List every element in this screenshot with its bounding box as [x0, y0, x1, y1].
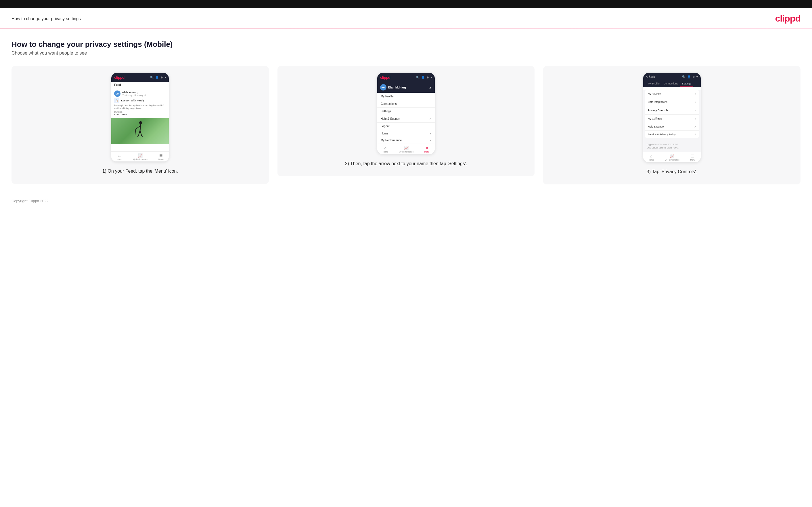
- myaccount-label: My Account: [648, 92, 661, 95]
- menu-item-settings: Settings: [377, 108, 435, 115]
- step2-user-info: BM Blair McHarg: [380, 84, 406, 91]
- connections-label: Connections: [381, 102, 397, 105]
- step1-golf-image: [111, 118, 169, 144]
- golfer-silhouette: [134, 120, 146, 142]
- step2-dropdown-menu: My Profile Connections Settings Help & S…: [377, 93, 435, 144]
- step1-user-row: BM Blair McHarg Yesterday · Sunningdale: [114, 91, 166, 97]
- close-icon: ✕: [425, 146, 428, 150]
- step1-feed-desc: Looking to feel like my hands are exitin…: [114, 104, 166, 110]
- step3-settings-screen: My Account › Data Integrations › Privacy…: [643, 90, 701, 152]
- search-icon: 🔍: [150, 76, 154, 79]
- tab-myprofile: My Profile: [646, 81, 662, 87]
- settings-item-helpsupport: Help & Support ↗: [645, 123, 699, 131]
- back-label: Back: [649, 75, 655, 78]
- page-heading: How to change your privacy settings (Mob…: [11, 40, 801, 49]
- chevron-right-icon: ›: [695, 117, 696, 120]
- performance-label: My Performance: [133, 158, 148, 160]
- chevron-right-icon: ›: [695, 100, 696, 104]
- logo: clippd: [775, 13, 801, 24]
- menu-item-myprofile: My Profile: [377, 93, 435, 100]
- step1-duration-label: Duration: [114, 111, 166, 113]
- myprofile-label: My Profile: [381, 95, 393, 98]
- step1-feed-tab: Feed: [111, 82, 169, 88]
- mygolfbag-label: My Golf Bag: [648, 117, 662, 120]
- step1-feed-post: BM Blair McHarg Yesterday · Sunningdale …: [111, 88, 169, 118]
- step2-phone-logo: clippd: [380, 75, 390, 79]
- settings-item-servicepolicy: Service & Privacy Policy ↗: [645, 131, 699, 138]
- settings-item-dataintegrations: Data Integrations ›: [645, 98, 699, 106]
- back-button: < Back: [646, 75, 655, 78]
- chevron-down-icon: ▾: [697, 75, 698, 78]
- step-3-caption: 3) Tap 'Privacy Controls'.: [647, 168, 697, 175]
- footer: Copyright Clippd 2022: [0, 193, 812, 209]
- dataintegrations-label: Data Integrations: [648, 101, 668, 103]
- settings-item-myaccount: My Account ›: [645, 90, 699, 98]
- menu-section-performance: My Performance ▾: [377, 137, 435, 144]
- settings-item-mygolfbag: My Golf Bag ›: [645, 115, 699, 123]
- step1-phone-icons: 🔍 👤 ⊕ ▾: [150, 76, 166, 79]
- servicepolicy-label: Service & Privacy Policy: [648, 133, 676, 136]
- external-link-icon: ↗: [694, 133, 696, 136]
- step3-settings-tabs: My Profile Connections Settings: [643, 81, 701, 87]
- privacycontrols-label: Privacy Controls: [648, 109, 668, 112]
- menu-label: Menu: [158, 158, 164, 160]
- copyright-text: Copyright Clippd 2022: [11, 199, 49, 203]
- performance-label: My Performance: [665, 159, 679, 161]
- step2-nav-menu: ✕ Menu: [424, 146, 429, 153]
- step1-duration-value: 01 hr : 30 min: [114, 113, 166, 116]
- external-link-icon: ↗: [694, 125, 696, 128]
- menu-item-logout: Logout: [377, 123, 435, 130]
- step2-nav-home: ⌂ Home: [383, 146, 388, 153]
- step1-lesson-row: 📋 Lesson with Fordy: [114, 98, 166, 103]
- step3-bottom-nav: ⌂ Home 📈 My Performance ☰ Menu: [643, 152, 701, 162]
- settings-icon: ⊕: [426, 76, 429, 79]
- chevron-down-icon: ▾: [164, 76, 166, 79]
- step3-back-bar: < Back 🔍 👤 ⊕ ▾: [643, 73, 701, 81]
- top-bar: [0, 0, 812, 8]
- step1-avatar: BM: [114, 91, 120, 97]
- home-icon: ⌂: [650, 154, 652, 158]
- back-arrow-icon: <: [646, 75, 648, 78]
- step2-avatar: BM: [380, 84, 387, 91]
- settings-item-privacycontrols: Privacy Controls ›: [645, 106, 699, 115]
- menu-label: Menu: [690, 159, 695, 161]
- menu-item-connections: Connections: [377, 100, 435, 108]
- step-3-phone: < Back 🔍 👤 ⊕ ▾ My Profile Connections Se…: [643, 73, 701, 162]
- search-icon: 🔍: [682, 75, 686, 78]
- svg-line-2: [136, 126, 140, 129]
- chevron-down-icon: ▾: [430, 76, 432, 79]
- step-2-phone: clippd 🔍 👤 ⊕ ▾ BM Blair McHarg ▲: [377, 73, 435, 154]
- step3-settings-list: My Account › Data Integrations › Privacy…: [645, 90, 699, 138]
- menu-item-help: Help & Support ↗: [377, 115, 435, 123]
- step2-nav-performance: 📈 My Performance: [399, 146, 413, 153]
- menu-section-home: Home ▾: [377, 130, 435, 137]
- home-label: Home: [383, 151, 388, 153]
- step1-phone-logo: clippd: [114, 75, 124, 79]
- performance-label: My Performance: [399, 151, 413, 153]
- home-label: Home: [648, 159, 654, 161]
- user-icon: 👤: [687, 75, 691, 78]
- step-1-card: clippd 🔍 👤 ⊕ ▾ Feed BM: [11, 66, 269, 184]
- step-3-card: < Back 🔍 👤 ⊕ ▾ My Profile Connections Se…: [543, 66, 801, 184]
- step1-nav-menu: ☰ Menu: [158, 153, 164, 160]
- chevron-right-icon: ›: [695, 109, 696, 112]
- main-content: How to change your privacy settings (Mob…: [0, 29, 812, 193]
- tab-settings: Settings: [680, 81, 694, 87]
- svg-line-4: [138, 130, 140, 136]
- version-server: GQL Server Version: 2022.7.30-1: [647, 146, 697, 150]
- help-label: Help & Support: [381, 117, 400, 120]
- step1-nav-home: ⌂ Home: [117, 153, 122, 160]
- user-icon: 👤: [155, 76, 159, 79]
- step2-user-row: BM Blair McHarg ▲: [377, 82, 435, 93]
- header: How to change your privacy settings clip…: [0, 8, 812, 24]
- step-2-card: clippd 🔍 👤 ⊕ ▾ BM Blair McHarg ▲: [277, 66, 535, 176]
- performance-icon: 📈: [670, 154, 674, 158]
- settings-label: Settings: [381, 110, 391, 113]
- svg-line-7: [142, 136, 143, 137]
- svg-point-0: [139, 121, 142, 124]
- chevron-right-icon: ›: [695, 92, 696, 95]
- svg-line-5: [140, 130, 142, 136]
- steps-row: clippd 🔍 👤 ⊕ ▾ Feed BM: [11, 66, 801, 184]
- step1-feed-content: BM Blair McHarg Yesterday · Sunningdale …: [111, 88, 169, 151]
- step2-bottom-nav: ⌂ Home 📈 My Performance ✕ Menu: [377, 144, 435, 154]
